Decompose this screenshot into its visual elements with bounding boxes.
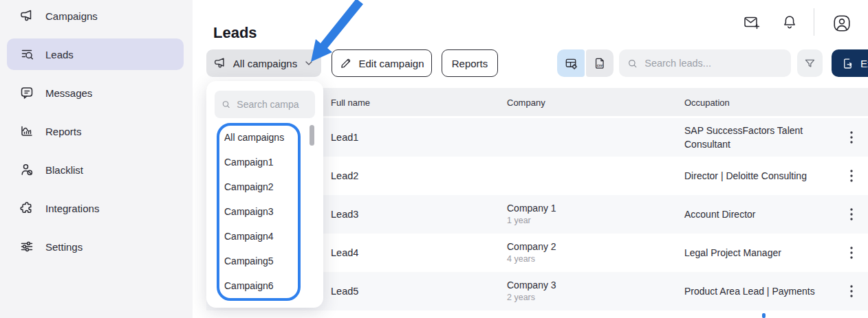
table-settings-icon [564,56,578,71]
chevron-down-icon [303,58,314,69]
sidebar-item-label: Integrations [45,203,99,214]
sidebar-item-integrations[interactable]: Integrations [7,192,184,224]
sidebar-item-label: Reports [45,126,82,137]
partial-row-icon [762,313,766,318]
row-menu-button[interactable] [843,205,860,224]
user-block-icon [19,162,34,177]
sidebar-item-leads[interactable]: Leads [7,38,184,70]
lead-tenure: 1 year [507,215,556,226]
export-button[interactable]: Exp [832,49,868,77]
sidebar-item-settings[interactable]: Settings [7,231,184,262]
lead-tenure: 2 years [507,292,556,303]
lead-occupation: SAP SuccessFactors Talent Consultant [684,124,830,152]
user-avatar-icon [832,14,851,33]
lead-company: Company 1 [507,203,556,214]
campaign-filter-label: All campaigns [233,58,297,69]
kebab-icon [850,170,853,182]
reports-button[interactable]: Reports [442,49,498,77]
page-title: Leads [213,24,257,42]
campaign-option[interactable]: Campaign1 [206,150,323,174]
csv-file-icon: csv [593,56,607,71]
row-menu-button[interactable] [843,243,860,262]
column-company: Company [507,97,545,107]
list-search-icon [19,47,34,62]
megaphone-icon [213,56,227,70]
row-menu-button[interactable] [843,166,860,185]
funnel-icon [803,57,816,70]
sidebar-item-label: Settings [45,241,83,253]
search-icon [221,99,230,110]
sidebar-item-reports[interactable]: Reports [7,115,184,147]
campaign-option[interactable]: All campaigns [206,125,323,150]
leads-search [619,49,791,77]
kebab-icon [850,208,853,220]
lead-tenure: 4 years [507,253,556,264]
campaign-option[interactable]: Campaing5 [206,249,323,273]
campaign-dropdown: All campaigns Campaign1 Campaign2 Campai… [206,81,323,308]
lead-name: Lead1 [331,132,358,143]
lead-name: Lead2 [331,170,358,181]
mail-plus-icon [743,14,761,32]
row-menu-button[interactable] [843,128,860,147]
pencil-icon [339,57,352,70]
bell-icon [781,14,799,32]
campaign-option[interactable]: Campaign2 [206,174,323,199]
lead-name: Lead4 [331,247,358,258]
sidebar-item-label: Messages [45,87,92,99]
sidebar-item-label: Campaigns [45,10,98,22]
table-view-button[interactable] [557,49,585,77]
new-message-button[interactable] [743,14,761,32]
sidebar-item-label: Leads [45,49,74,60]
view-toggle: csv [557,49,614,77]
campaign-option[interactable]: Campaign4 [206,224,323,249]
lead-name: Lead3 [331,209,358,220]
csv-label: csv [596,63,603,67]
table-row-partial [206,310,868,318]
file-export-icon [841,57,854,70]
lead-occupation: Account Director [684,207,830,221]
kebab-icon [850,247,853,259]
campaign-option[interactable]: Campaign3 [206,199,323,224]
kebab-icon [850,131,853,144]
sliders-icon [19,239,34,254]
search-leads-input[interactable] [643,57,783,69]
row-menu-button[interactable] [843,282,860,301]
sidebar-item-campaigns[interactable]: Campaigns [7,0,184,32]
main-content: Leads All campaigns Edit campaign Report… [193,0,868,318]
sidebar: Campaigns Leads Messages Reports Blackli… [0,0,193,318]
search-campaign-input[interactable] [235,98,308,111]
sidebar-item-label: Blacklist [45,164,83,176]
edit-campaign-label: Edit campaign [358,58,424,69]
puzzle-icon [19,201,34,216]
campaign-list: All campaigns Campaign1 Campaign2 Campai… [206,125,323,298]
dropdown-scrollbar[interactable] [310,125,314,146]
reports-label: Reports [452,58,488,69]
filter-button[interactable] [797,49,823,77]
chart-icon [19,124,34,139]
column-occupation: Occupation [684,97,730,107]
lead-company: Company 3 [507,280,556,291]
profile-button[interactable] [832,14,851,33]
lead-company: Company 2 [507,241,556,252]
megaphone-icon [19,8,34,23]
campaign-option[interactable]: Campaign6 [206,273,323,298]
sidebar-item-blacklist[interactable]: Blacklist [7,154,184,185]
header-divider [814,8,814,36]
lead-occupation: Product Area Lead | Payments [684,284,830,298]
message-icon [19,85,34,100]
kebab-icon [850,285,853,297]
export-label: Exp [860,58,868,69]
csv-view-button[interactable]: csv [586,49,614,77]
column-full-name: Full name [331,97,370,107]
lead-name: Lead5 [331,286,358,297]
lead-occupation: Legal Project Manager [684,246,830,260]
search-icon [627,58,638,69]
campaign-filter-button[interactable]: All campaigns [206,49,321,77]
lead-occupation: Director | Deloitte Consulting [684,169,830,183]
notifications-button[interactable] [781,14,799,32]
campaign-search [215,91,315,118]
edit-campaign-button[interactable]: Edit campaign [332,49,432,77]
sidebar-item-messages[interactable]: Messages [7,77,184,109]
